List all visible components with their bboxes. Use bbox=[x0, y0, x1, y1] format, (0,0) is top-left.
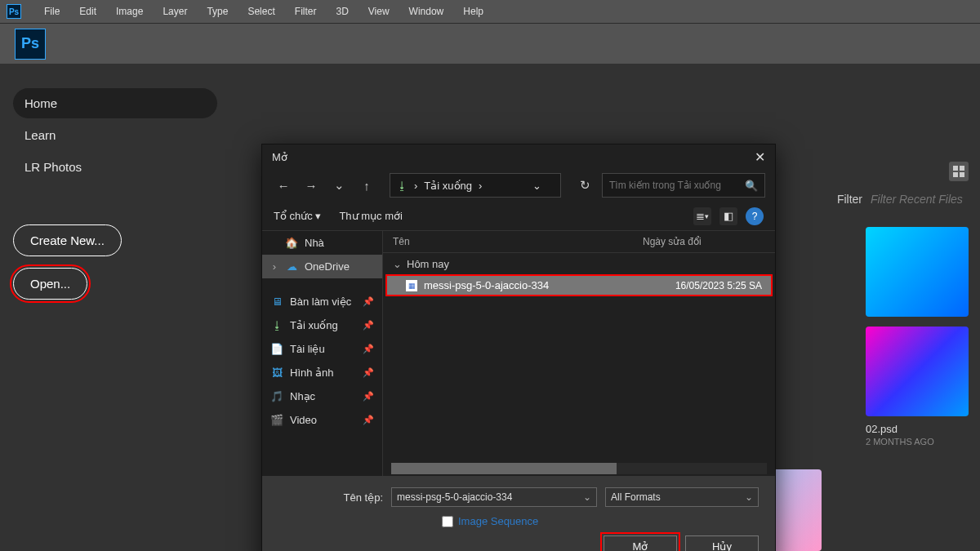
pin-icon: 📌 bbox=[363, 391, 374, 402]
menu-help[interactable]: Help bbox=[453, 6, 493, 17]
column-date[interactable]: Ngày sửa đổi bbox=[643, 236, 765, 247]
tile-date: 2 MONTHS AGO bbox=[866, 437, 969, 447]
forward-icon[interactable]: → bbox=[300, 174, 323, 197]
nav-lrphotos[interactable]: LR Photos bbox=[13, 152, 217, 182]
tree-item-documents[interactable]: 📄Tài liệu📌 bbox=[262, 337, 382, 361]
home-icon: 🏠 bbox=[285, 237, 298, 249]
chevron-down-icon[interactable]: ⌄ bbox=[327, 174, 350, 197]
up-icon[interactable]: ↑ bbox=[355, 174, 378, 197]
menu-3d[interactable]: 3D bbox=[326, 6, 358, 17]
pin-icon: 📌 bbox=[363, 344, 374, 354]
menu-image[interactable]: Image bbox=[106, 6, 153, 17]
tree-item-pictures[interactable]: 🖼Hình ảnh📌 bbox=[262, 361, 382, 384]
file-row[interactable]: ▦ messi-psg-5-0-ajaccio-334 16/05/2023 5… bbox=[386, 275, 772, 295]
tree-item-music[interactable]: 🎵Nhạc📌 bbox=[262, 384, 382, 408]
filename-label: Tên tệp: bbox=[278, 491, 383, 504]
dialog-nav: ← → ⌄ ↑ ⭳ › Tải xuống › ⌄ ↻ 🔍 bbox=[262, 169, 775, 202]
search-input[interactable] bbox=[609, 180, 745, 191]
dialog-footer: Tên tệp: messi-psg-5-0-ajaccio-334 ⌄ All… bbox=[262, 476, 775, 551]
chevron-down-icon[interactable]: ⌄ bbox=[532, 180, 554, 192]
tree-item-desktop[interactable]: 🖥Bàn làm việc📌 bbox=[262, 290, 382, 313]
pin-icon: 📌 bbox=[363, 296, 374, 307]
menu-view[interactable]: View bbox=[359, 6, 399, 17]
cancel-button[interactable]: Hủy bbox=[685, 535, 759, 551]
image-icon: 🖼 bbox=[270, 367, 283, 379]
home-screen: Home Learn LR Photos Create New... Open.… bbox=[0, 64, 980, 551]
desktop-icon: 🖥 bbox=[270, 295, 283, 308]
tree-item-onedrive[interactable]: ›☁OneDrive bbox=[262, 255, 382, 278]
menu-type[interactable]: Type bbox=[197, 6, 238, 17]
nav-learn[interactable]: Learn bbox=[13, 120, 217, 150]
preview-pane-icon[interactable]: ◧ bbox=[719, 207, 737, 225]
dialog-titlebar: Mở ✕ bbox=[262, 144, 775, 169]
file-list-area: Tên Ngày sửa đổi Hôm nay ▦ messi-psg-5-0… bbox=[383, 231, 775, 476]
format-combo[interactable]: All Formats ⌄ bbox=[605, 487, 759, 507]
home-left-nav: Home Learn LR Photos Create New... Open.… bbox=[13, 88, 217, 300]
image-sequence-label: Image Sequence bbox=[458, 515, 538, 527]
file-group-today[interactable]: Hôm nay bbox=[383, 253, 775, 275]
video-icon: 🎬 bbox=[270, 414, 283, 426]
nav-home[interactable]: Home bbox=[13, 88, 217, 118]
dialog-toolbar: Tổ chức ▾ Thư mục mới ≣ ▾ ◧ ? bbox=[262, 202, 775, 231]
file-name: messi-psg-5-0-ajaccio-334 bbox=[424, 279, 631, 291]
column-name[interactable]: Tên bbox=[393, 236, 643, 247]
image-sequence-checkbox[interactable] bbox=[442, 516, 453, 527]
tree-item-downloads[interactable]: ⭳Tải xuống📌 bbox=[262, 313, 382, 337]
back-icon[interactable]: ← bbox=[272, 174, 295, 197]
menu-edit[interactable]: Edit bbox=[69, 6, 106, 17]
file-column-headers: Tên Ngày sửa đổi bbox=[383, 231, 775, 253]
dialog-body: 🏠Nhà ›☁OneDrive 🖥Bàn làm việc📌 ⭳Tải xuốn… bbox=[262, 231, 775, 476]
file-date: 16/05/2023 5:25 SA bbox=[631, 280, 762, 291]
svg-rect-2 bbox=[953, 172, 958, 177]
filename-combo[interactable]: messi-psg-5-0-ajaccio-334 ⌄ bbox=[391, 487, 597, 507]
menubar: Ps File Edit Image Layer Type Select Fil… bbox=[0, 0, 980, 23]
tree-item-home[interactable]: 🏠Nhà bbox=[262, 231, 382, 255]
open-confirm-button[interactable]: Mở bbox=[604, 535, 677, 551]
recent-tile[interactable] bbox=[866, 227, 969, 317]
recent-tiles: 02.psd 2 MONTHS AGO bbox=[866, 227, 969, 447]
directory-tree[interactable]: 🏠Nhà ›☁OneDrive 🖥Bàn làm việc📌 ⭳Tải xuốn… bbox=[262, 231, 383, 476]
open-button[interactable]: Open... bbox=[13, 268, 87, 300]
open-dialog: Mở ✕ ← → ⌄ ↑ ⭳ › Tải xuống › ⌄ ↻ 🔍 bbox=[261, 144, 776, 551]
svg-rect-1 bbox=[960, 166, 964, 171]
svg-rect-3 bbox=[960, 172, 964, 177]
filter-bar: Filter bbox=[837, 193, 969, 206]
breadcrumb-separator: › bbox=[479, 180, 482, 192]
filter-input[interactable] bbox=[871, 193, 969, 206]
search-box: 🔍 bbox=[602, 173, 765, 198]
view-mode-icon[interactable]: ≣ ▾ bbox=[693, 207, 711, 225]
horizontal-scrollbar[interactable] bbox=[391, 463, 767, 474]
search-icon[interactable]: 🔍 bbox=[745, 180, 758, 192]
help-icon[interactable]: ? bbox=[746, 207, 764, 225]
download-icon: ⭳ bbox=[270, 319, 283, 331]
breadcrumb[interactable]: ⭳ › Tải xuống › ⌄ bbox=[390, 173, 561, 198]
create-new-button[interactable]: Create New... bbox=[13, 224, 122, 256]
music-icon: 🎵 bbox=[270, 390, 283, 402]
options-bar: Ps bbox=[0, 23, 980, 64]
menu-window[interactable]: Window bbox=[399, 6, 454, 17]
menu-select[interactable]: Select bbox=[238, 6, 284, 17]
ps-logo-large: Ps bbox=[15, 29, 46, 60]
tree-item-video[interactable]: 🎬Video📌 bbox=[262, 408, 382, 432]
breadcrumb-location[interactable]: Tải xuống bbox=[424, 180, 472, 192]
view-grid-icon[interactable] bbox=[949, 162, 969, 181]
new-folder-button[interactable]: Thư mục mới bbox=[339, 210, 402, 222]
file-icon: ▦ bbox=[406, 280, 417, 291]
menu-filter[interactable]: Filter bbox=[285, 6, 327, 17]
tile-thumbnail bbox=[866, 227, 969, 317]
svg-rect-0 bbox=[953, 166, 958, 171]
refresh-icon[interactable]: ↻ bbox=[572, 174, 597, 197]
chevron-down-icon: ⌄ bbox=[745, 491, 753, 503]
tile-filename: 02.psd bbox=[866, 423, 969, 435]
pin-icon: 📌 bbox=[363, 415, 374, 425]
pin-icon: 📌 bbox=[363, 367, 374, 378]
organize-dropdown[interactable]: Tổ chức ▾ bbox=[274, 210, 321, 222]
menu-layer[interactable]: Layer bbox=[153, 6, 197, 17]
close-icon[interactable]: ✕ bbox=[755, 149, 765, 165]
dialog-title: Mở bbox=[272, 151, 287, 163]
menu-file[interactable]: File bbox=[34, 6, 69, 17]
tile-thumbnail bbox=[866, 327, 969, 416]
cloud-icon: ☁ bbox=[285, 260, 298, 273]
recent-tile[interactable]: 02.psd 2 MONTHS AGO bbox=[866, 327, 969, 447]
document-icon: 📄 bbox=[270, 343, 283, 355]
